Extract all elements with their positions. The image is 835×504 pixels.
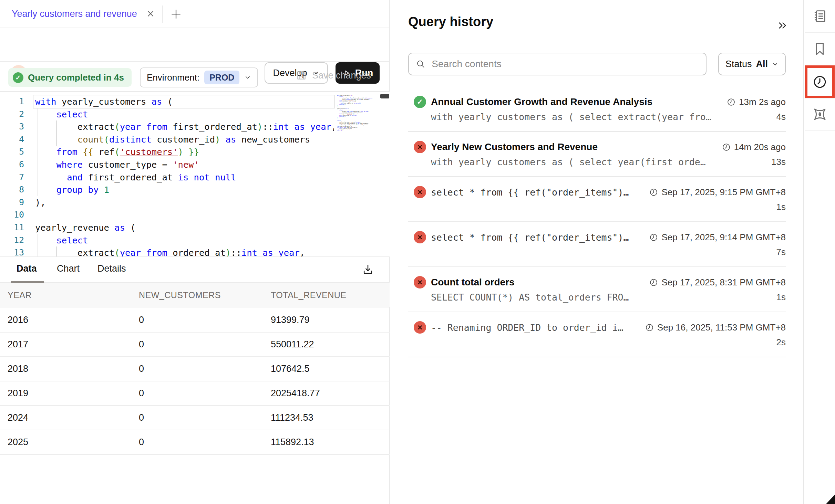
code-line[interactable]: order by 1 <box>337 129 378 131</box>
history-item[interactable]: ✕-- Renaming ORDER_ID to order_id i…Sep … <box>408 312 786 357</box>
success-status-icon: ✓ <box>414 96 426 108</box>
code-line[interactable]: and first_ordered_at is not null <box>35 171 334 184</box>
error-status-icon: ✕ <box>414 231 426 243</box>
history-item-title: Annual Customer Growth and Revenue Analy… <box>431 96 722 107</box>
code-line[interactable]: from {{ ref('customers') }} <box>35 146 334 158</box>
code-line[interactable]: group by 1 <box>35 183 334 196</box>
history-item-time: Sep 17, 2025, 9:14 PM GMT+8 <box>649 232 786 243</box>
results-tab-bar: Data Chart Details <box>0 257 390 283</box>
status-filter-dropdown[interactable]: Status All <box>718 53 786 75</box>
code-line[interactable]: yearly_revenue as ( <box>35 221 334 234</box>
chevron-down-icon <box>244 74 251 81</box>
table-row[interactable]: 20180107642.5 <box>0 357 390 381</box>
save-changes-label: Save changes <box>312 70 371 81</box>
table-row[interactable]: 20250115892.13 <box>0 430 390 455</box>
code-line[interactable]: select <box>35 108 334 121</box>
save-changes-button[interactable]: Save changes <box>296 70 371 81</box>
scrollbar-handle[interactable] <box>380 94 389 98</box>
table-row[interactable]: 20170550011.22 <box>0 333 390 357</box>
history-item-title: Count total orders <box>431 277 644 288</box>
line-number: 9 <box>0 196 24 209</box>
error-status-icon: ✕ <box>414 321 426 334</box>
table-cell: 2024 <box>8 412 139 423</box>
status-filter-value: All <box>756 59 768 70</box>
new-tab-button[interactable] <box>169 8 183 21</box>
code-line[interactable]: with yearly_customers as ( <box>35 95 334 108</box>
search-input[interactable] <box>432 59 699 70</box>
search-box <box>408 53 707 75</box>
history-item[interactable]: ✕select * from {{ ref("order_items")…Sep… <box>408 222 786 267</box>
double-chevron-right-icon[interactable] <box>775 19 789 32</box>
table-cell: 2016 <box>8 315 139 325</box>
environment-label: Environment: <box>147 72 199 83</box>
sql-editor[interactable]: 1234567891011121314151617181920212223242… <box>0 91 390 257</box>
tab-divider <box>162 6 163 23</box>
table-cell: 111234.53 <box>271 412 390 423</box>
tab-data[interactable]: Data <box>17 263 37 274</box>
environment-dropdown[interactable]: Environment: PROD <box>140 67 258 87</box>
table-cell: 2017 <box>8 339 139 350</box>
notebook-icon[interactable] <box>805 0 835 32</box>
history-item-sql-preview: SELECT COUNT(*) AS total_orders FRO… <box>431 292 776 303</box>
tab-details[interactable]: Details <box>97 263 126 274</box>
table-cell: 550011.22 <box>271 339 390 350</box>
tab-label: Yearly customers and revenue <box>12 9 137 19</box>
table-row[interactable]: 2016091399.79 <box>0 308 390 333</box>
history-item[interactable]: ✓Annual Customer Growth and Revenue Anal… <box>408 87 786 132</box>
table-row[interactable]: 201902025418.77 <box>0 381 390 406</box>
query-status-badge: ✓ Query completed in 4s <box>8 68 132 87</box>
status-filter-label: Status <box>725 59 752 70</box>
code-line[interactable]: extract(year from first_ordered_at)::int… <box>35 120 334 133</box>
line-number: 13 <box>0 246 24 257</box>
minimap[interactable]: with yearly_customers as ( select extrac… <box>337 95 380 255</box>
code-line[interactable]: ), <box>35 196 334 209</box>
history-item-time: Sep 17, 2025, 8:31 PM GMT+8 <box>649 277 786 288</box>
table-cell: 0 <box>139 315 271 325</box>
tab-yearly-customers-and-revenue[interactable]: Yearly customers and revenue <box>12 0 155 28</box>
panel-title: Query history <box>408 14 493 29</box>
editor-panel: Yearly customers and revenue BL Your sav… <box>0 0 390 504</box>
code-lines[interactable]: with yearly_customers as ( select extrac… <box>35 95 334 257</box>
compass-icon[interactable] <box>805 98 835 130</box>
code-line[interactable]: count(distinct customer_id) as new_custo… <box>35 133 334 146</box>
error-status-icon: ✕ <box>414 186 426 198</box>
history-item-title: select * from {{ ref("order_items")… <box>431 187 644 198</box>
bookmark-icon[interactable] <box>805 33 835 65</box>
history-item[interactable]: ✕select * from {{ ref("order_items")…Sep… <box>408 177 786 222</box>
history-item-duration: 2s <box>776 337 786 348</box>
code-line[interactable]: select <box>35 234 334 247</box>
environment-value-pill: PROD <box>204 71 239 84</box>
table-row[interactable]: 20240111234.53 <box>0 406 390 430</box>
table-cell: 2019 <box>8 388 139 399</box>
code-line[interactable] <box>35 209 334 221</box>
close-tab-icon[interactable] <box>146 9 155 18</box>
tab-chart[interactable]: Chart <box>57 263 80 274</box>
query-history-panel: Query history Status All ✓Annual Custome… <box>390 0 804 504</box>
history-item-duration: 1s <box>776 292 786 303</box>
history-item-time: Sep 16, 2025, 11:53 PM GMT+8 <box>645 322 786 333</box>
history-item[interactable]: ✕Yearly New Customers and Revenue14m 20s… <box>408 132 786 177</box>
line-number: 6 <box>0 158 24 171</box>
code-line[interactable]: extract(year from ordered_at)::int as ye… <box>35 246 334 257</box>
line-number: 5 <box>0 146 24 158</box>
search-icon <box>416 59 425 69</box>
line-number: 1 <box>0 95 24 108</box>
history-item[interactable]: ✕Count total ordersSep 17, 2025, 8:31 PM… <box>408 267 786 312</box>
minimap-code: with yearly_customers as ( select extrac… <box>337 95 378 131</box>
history-item-duration: 13s <box>771 157 786 167</box>
table-cell: 0 <box>139 364 271 374</box>
code-line[interactable]: where customer_type = 'new' <box>35 158 334 171</box>
table-header: YEAR NEW_CUSTOMERS TOTAL_REVENUE <box>0 283 390 307</box>
history-item-sql-preview: with yearly_customers as ( select year(f… <box>431 157 771 167</box>
tab-bar: Yearly customers and revenue <box>0 0 389 28</box>
mouse-cursor <box>826 494 835 504</box>
table-cell: 107642.5 <box>271 364 390 374</box>
history-clock-icon-active[interactable] <box>805 65 835 98</box>
table-cell: 115892.13 <box>271 437 390 448</box>
history-item-time: Sep 17, 2025, 9:15 PM GMT+8 <box>649 187 786 198</box>
app-window: Yearly customers and revenue BL Your sav… <box>0 0 835 504</box>
line-number: 11 <box>0 221 24 234</box>
line-number: 8 <box>0 183 24 196</box>
download-icon[interactable] <box>361 263 375 276</box>
error-status-icon: ✕ <box>414 141 426 153</box>
